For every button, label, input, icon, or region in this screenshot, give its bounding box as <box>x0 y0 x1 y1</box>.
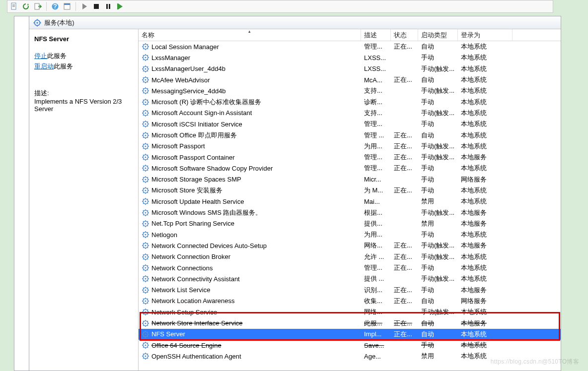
service-icon <box>142 275 149 283</box>
service-logon: 本地系统 <box>458 64 513 73</box>
service-icon <box>142 264 149 272</box>
export-icon[interactable] <box>33 2 42 11</box>
svg-point-60 <box>145 90 146 92</box>
description-value: Implements a NFS Version 2/3 Server <box>34 98 133 113</box>
svg-line-197 <box>143 237 144 238</box>
svg-line-146 <box>147 181 148 182</box>
play-icon[interactable] <box>80 2 89 11</box>
stop-icon[interactable] <box>92 2 101 11</box>
table-row[interactable]: McAfee WebAdvisorMcA...正在...自动本地系统 <box>139 74 561 85</box>
table-row[interactable]: Network Connection Broker允许 ...正在...手动(触… <box>139 251 561 262</box>
table-row[interactable]: Network Connections管理...正在...手动本地系统 <box>139 262 561 273</box>
header-name[interactable]: 名称▴ <box>139 29 361 41</box>
table-row[interactable]: Microsoft (R) 诊断中心标准收集器服务诊断...手动本地系统 <box>139 96 561 107</box>
service-logon: 本地系统 <box>458 53 513 62</box>
service-icon <box>142 65 149 73</box>
service-status: 正在... <box>391 75 418 84</box>
service-logon: 本地服务 <box>458 286 513 295</box>
svg-line-128 <box>147 155 148 156</box>
table-row[interactable]: Microsoft Store 安装服务为 M...正在...手动本地系统 <box>139 185 561 196</box>
svg-line-55 <box>143 77 144 78</box>
pause-icon[interactable] <box>104 2 113 11</box>
svg-point-110 <box>145 145 146 147</box>
service-desc: 识别... <box>361 286 391 295</box>
service-icon <box>142 197 149 205</box>
service-logon: 本地系统 <box>458 186 513 195</box>
table-row[interactable]: NFS ServerImpl...正在...自动本地系统 <box>139 329 561 340</box>
table-row[interactable]: Microsoft iSCSI Initiator Service管理...手动… <box>139 119 561 129</box>
service-status: 正在... <box>391 330 418 339</box>
pane-title: 服务(本地) <box>44 18 74 27</box>
header-stat[interactable]: 状态 <box>391 29 418 41</box>
service-start-type: 手动(触发... <box>418 208 458 217</box>
svg-line-38 <box>147 55 148 56</box>
svg-line-218 <box>147 254 148 255</box>
header-start[interactable]: 启动类型 <box>418 29 458 41</box>
svg-point-260 <box>145 311 146 313</box>
table-row[interactable]: Network List Service识别...正在...手动本地服务 <box>139 285 561 296</box>
svg-line-105 <box>143 133 144 134</box>
service-logon: 本地系统 <box>458 263 513 272</box>
service-status: 正在... <box>391 241 418 250</box>
table-row[interactable]: Microsoft Passport Container管理...正在...手动… <box>139 152 561 163</box>
svg-point-20 <box>145 46 146 48</box>
table-row[interactable]: Microsoft Storage Spaces SMPMicr...手动网络服… <box>139 174 561 185</box>
service-icon <box>142 231 149 239</box>
svg-line-117 <box>143 148 144 149</box>
table-row[interactable]: Microsoft Account Sign-in Assistant支持...… <box>139 108 561 119</box>
svg-line-247 <box>143 292 144 293</box>
svg-line-228 <box>147 265 148 266</box>
table-row[interactable]: Netlogon为用...手动本地系统 <box>139 229 561 240</box>
svg-line-286 <box>147 336 148 337</box>
service-name-text: Network Connectivity Assistant <box>151 275 240 283</box>
table-row[interactable]: Net.Tcp Port Sharing Service提供...禁用本地服务 <box>139 218 561 229</box>
table-row[interactable]: Microsoft Office 即点即用服务管理 ...正在...自动本地系统 <box>139 129 561 140</box>
table-row[interactable]: Microsoft Passport为用...正在...手动(触发...本地系统 <box>139 141 561 152</box>
table-row[interactable]: Local Session Manager管理...正在...自动本地系统 <box>139 41 561 52</box>
service-start-type: 自动 <box>418 297 458 306</box>
service-desc: 收集... <box>361 297 391 306</box>
refresh-icon[interactable] <box>21 2 30 11</box>
stop-service-link[interactable]: 停止 <box>34 52 47 60</box>
table-row[interactable]: Network Store Interface Service此服...正在..… <box>139 317 561 328</box>
table-row[interactable]: LxssManagerUser_4dd4bLXSS...手动(触发...本地系统 <box>139 63 561 74</box>
svg-line-277 <box>143 325 144 326</box>
svg-line-167 <box>143 203 144 204</box>
service-list[interactable]: Local Session Manager管理...正在...自动本地系统Lxs… <box>139 41 561 362</box>
service-icon <box>142 341 149 349</box>
table-row[interactable]: MessagingService_4dd4b支持...手动(触发...本地系统 <box>139 85 561 96</box>
svg-rect-11 <box>109 4 110 9</box>
service-desc: Save... <box>361 342 391 349</box>
svg-line-88 <box>147 111 148 112</box>
svg-point-14 <box>36 22 38 24</box>
watermark: https://blog.csdn.n@510TO博客 <box>491 358 579 366</box>
restart-icon[interactable] <box>116 2 125 11</box>
help-icon[interactable]: ? <box>51 2 60 11</box>
tree-pane[interactable] <box>14 16 29 371</box>
header-logon[interactable]: 登录为 <box>458 29 513 41</box>
table-row[interactable]: Microsoft Windows SMS 路由器服务。根据...手动(触发..… <box>139 207 561 218</box>
doc-icon[interactable] <box>9 2 18 11</box>
properties-icon[interactable] <box>63 2 72 11</box>
svg-point-290 <box>145 345 146 346</box>
table-row[interactable]: Network Connected Devices Auto-Setup网络..… <box>139 240 561 251</box>
table-row[interactable]: Microsoft Software Shadow Copy Provider管… <box>139 163 561 174</box>
service-name-text: Office 64 Source Engine <box>151 342 221 349</box>
service-logon: 本地系统 <box>458 131 513 140</box>
service-icon <box>142 308 149 316</box>
service-start-type: 手动(触发... <box>418 241 458 250</box>
table-row[interactable]: Microsoft Update Health ServiceMai...禁用本… <box>139 196 561 207</box>
service-name-text: Microsoft Storage Spaces SMP <box>151 176 241 183</box>
table-row[interactable]: LxssManagerLXSS...手动本地系统 <box>139 52 561 63</box>
table-row[interactable]: Network Setup Service网络...手动(触发...本地系统 <box>139 307 561 317</box>
table-row[interactable]: Office 64 Source EngineSave...手动本地系统 <box>139 340 561 351</box>
header-desc[interactable]: 描述 <box>361 29 391 41</box>
table-row[interactable]: Network Connectivity Assistant提供 ...手动(触… <box>139 273 561 284</box>
service-start-type: 手动 <box>418 164 458 173</box>
service-desc: 网络... <box>361 241 391 250</box>
svg-line-235 <box>143 276 144 277</box>
table-row[interactable]: Network Location Awareness收集...正在...自动网络… <box>139 296 561 307</box>
svg-line-35 <box>143 55 144 56</box>
restart-service-link[interactable]: 重启动 <box>34 62 54 70</box>
service-start-type: 手动 <box>418 286 458 295</box>
